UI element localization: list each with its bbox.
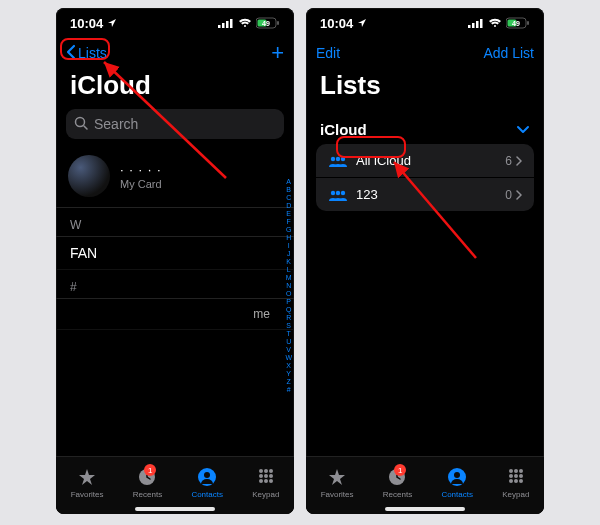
svg-point-41 — [514, 469, 518, 473]
tab-label: Contacts — [191, 490, 223, 499]
tab-contacts[interactable]: Contacts — [441, 466, 473, 499]
svg-point-18 — [269, 474, 273, 478]
tab-favorites[interactable]: Favorites — [71, 466, 104, 499]
index-letter[interactable]: Z — [285, 378, 292, 386]
svg-point-39 — [454, 472, 460, 478]
tab-label: Recents — [383, 490, 412, 499]
star-icon — [76, 466, 98, 488]
home-indicator — [385, 507, 465, 511]
svg-line-22 — [104, 62, 226, 178]
svg-point-19 — [259, 479, 263, 483]
tab-label: Contacts — [441, 490, 473, 499]
tab-label: Favorites — [321, 490, 354, 499]
person-icon — [196, 466, 218, 488]
index-letter[interactable]: W — [285, 354, 292, 362]
svg-point-47 — [514, 479, 518, 483]
tab-bar: Favorites Recents 1 Contacts Keypad — [56, 456, 294, 514]
tab-contacts[interactable]: Contacts — [191, 466, 223, 499]
index-letter[interactable]: Y — [285, 370, 292, 378]
svg-point-17 — [264, 474, 268, 478]
person-icon — [446, 466, 468, 488]
annotation-arrow — [306, 8, 544, 308]
svg-point-15 — [269, 469, 273, 473]
svg-point-43 — [509, 474, 513, 478]
svg-point-40 — [509, 469, 513, 473]
svg-point-13 — [259, 469, 263, 473]
svg-point-14 — [264, 469, 268, 473]
index-letter[interactable]: S — [285, 322, 292, 330]
star-icon — [326, 466, 348, 488]
tab-keypad[interactable]: Keypad — [502, 466, 529, 499]
svg-point-45 — [519, 474, 523, 478]
index-letter[interactable]: T — [285, 330, 292, 338]
phone-left: 10:04 49 — [56, 8, 294, 514]
index-letter[interactable]: R — [285, 314, 292, 322]
tab-recents[interactable]: Recents 1 — [383, 466, 412, 499]
svg-line-49 — [394, 162, 476, 258]
tab-label: Recents — [133, 490, 162, 499]
tab-label: Favorites — [71, 490, 104, 499]
tab-bar: Favorites Recents 1 Contacts Keypad — [306, 456, 544, 514]
svg-point-16 — [259, 474, 263, 478]
index-letter[interactable]: # — [285, 386, 292, 394]
svg-point-12 — [204, 472, 210, 478]
tab-keypad[interactable]: Keypad — [252, 466, 279, 499]
index-letter[interactable]: V — [285, 346, 292, 354]
tab-recents[interactable]: Recents 1 — [133, 466, 162, 499]
home-indicator — [135, 507, 215, 511]
keypad-icon — [255, 466, 277, 488]
index-letter[interactable]: X — [285, 362, 292, 370]
svg-point-20 — [264, 479, 268, 483]
svg-point-48 — [519, 479, 523, 483]
svg-point-42 — [519, 469, 523, 473]
tab-favorites[interactable]: Favorites — [321, 466, 354, 499]
phone-right: 10:04 49 Edit Ad — [306, 8, 544, 514]
annotation-arrow — [56, 8, 294, 308]
svg-point-44 — [514, 474, 518, 478]
svg-point-46 — [509, 479, 513, 483]
index-letter[interactable]: U — [285, 338, 292, 346]
svg-point-21 — [269, 479, 273, 483]
keypad-icon — [505, 466, 527, 488]
tab-label: Keypad — [502, 490, 529, 499]
tab-label: Keypad — [252, 490, 279, 499]
